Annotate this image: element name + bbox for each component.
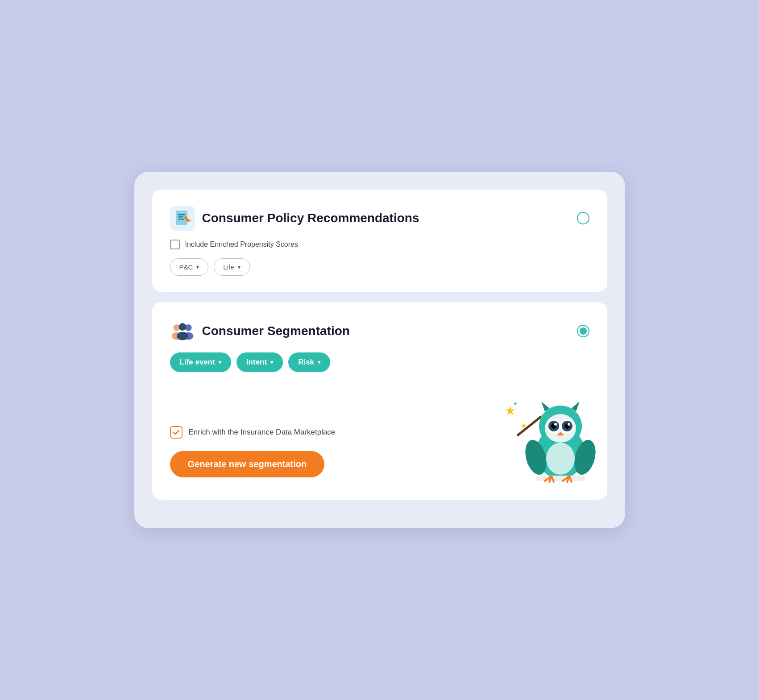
segmentation-icon <box>170 319 195 344</box>
intent-chevron-icon: ▾ <box>270 359 273 365</box>
generate-segmentation-button[interactable]: Generate new segmentation <box>170 451 325 477</box>
svg-text:✦: ✦ <box>513 400 518 407</box>
svg-rect-3 <box>178 216 183 218</box>
risk-dropdown[interactable]: Risk ▾ <box>288 352 330 372</box>
policy-icon <box>170 206 195 231</box>
card2-radio[interactable] <box>577 325 589 337</box>
svg-point-12 <box>176 332 188 340</box>
enrich-checkbox[interactable] <box>170 426 182 439</box>
pc-label: P&C <box>179 263 193 271</box>
enrich-row: Enrich with the Insurance Data Marketpla… <box>170 426 336 439</box>
pc-dropdown[interactable]: P&C ▾ <box>170 258 209 276</box>
svg-rect-35 <box>536 476 585 481</box>
card1-radio[interactable] <box>577 212 589 224</box>
card1-checkbox-row: Include Enriched Propensity Scores <box>170 240 589 249</box>
svg-point-34 <box>546 443 575 475</box>
risk-chevron-icon: ▾ <box>318 359 320 365</box>
svg-rect-2 <box>178 214 185 215</box>
card2-body: Life event ▾ Intent ▾ Risk ▾ <box>170 352 589 372</box>
card2-bottom-left: Enrich with the Insurance Data Marketpla… <box>170 426 336 477</box>
svg-point-11 <box>178 323 186 331</box>
card1-pills-row: P&C ▾ Life ▾ <box>170 258 589 276</box>
segmentation-card: Consumer Segmentation Life event ▾ Inten… <box>152 302 607 500</box>
life-label: Life <box>223 263 234 271</box>
svg-rect-4 <box>178 219 184 220</box>
life-event-label: Life event <box>180 358 215 367</box>
life-event-dropdown[interactable]: Life event ▾ <box>170 352 231 372</box>
intent-dropdown[interactable]: Intent ▾ <box>236 352 283 372</box>
life-chevron-icon: ▾ <box>238 264 241 270</box>
life-dropdown[interactable]: Life ▾ <box>214 258 249 276</box>
card2-pills-row: Life event ▾ Intent ▾ Risk ▾ <box>170 352 589 372</box>
pc-chevron-icon: ▾ <box>196 264 199 270</box>
policy-recommendations-card: Consumer Policy Recommendations Include … <box>152 190 607 292</box>
intent-label: Intent <box>246 358 267 367</box>
card2-header-left: Consumer Segmentation <box>170 319 350 344</box>
card1-title: Consumer Policy Recommendations <box>202 211 419 225</box>
card2-bottom: Enrich with the Insurance Data Marketpla… <box>170 388 589 477</box>
main-container: Consumer Policy Recommendations Include … <box>134 172 625 528</box>
card2-title: Consumer Segmentation <box>202 324 350 338</box>
svg-point-30 <box>568 423 570 426</box>
owl-mascot: ★ ★ ✦ <box>491 388 589 477</box>
card1-header-left: Consumer Policy Recommendations <box>170 206 419 231</box>
enrich-label: Enrich with the Insurance Data Marketpla… <box>189 428 336 437</box>
enriched-propensity-label: Include Enriched Propensity Scores <box>185 240 298 249</box>
svg-point-29 <box>554 423 557 426</box>
life-event-chevron-icon: ▾ <box>219 359 221 365</box>
card1-header: Consumer Policy Recommendations <box>170 206 589 231</box>
card2-radio-inner <box>580 327 587 335</box>
enriched-propensity-checkbox[interactable] <box>170 240 180 249</box>
risk-label: Risk <box>298 358 314 367</box>
card2-header: Consumer Segmentation <box>170 319 589 344</box>
